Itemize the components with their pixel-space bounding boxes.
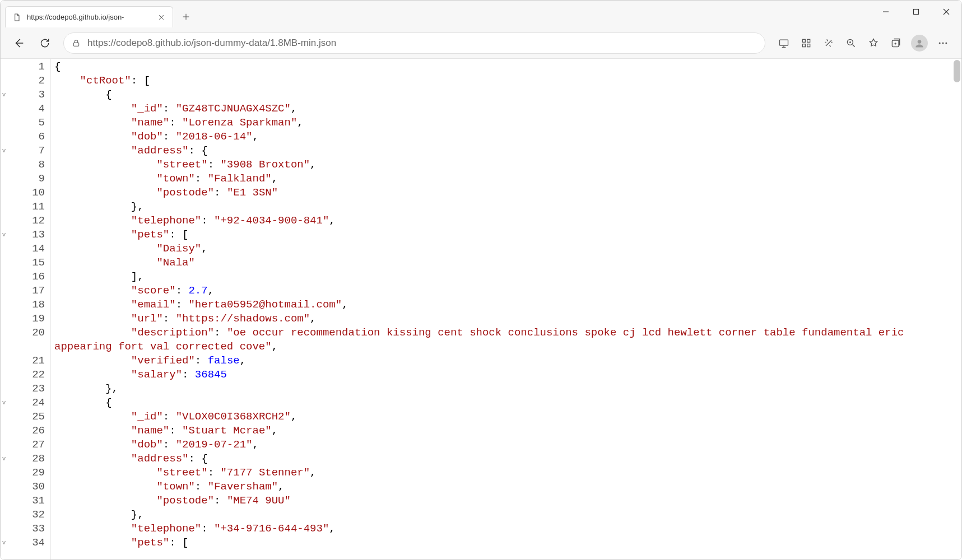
refresh-button[interactable] — [34, 32, 55, 54]
fold-toggle[interactable] — [1, 74, 7, 88]
fold-toggle[interactable] — [1, 480, 7, 494]
line-number: 8 — [7, 158, 45, 172]
scrollbar-thumb[interactable] — [954, 60, 960, 82]
code-line: "ctRoot": [ — [54, 74, 958, 88]
toolbar-right — [773, 32, 954, 54]
fold-toggle[interactable] — [1, 424, 7, 438]
fold-toggle[interactable] — [1, 158, 7, 172]
fold-gutter[interactable]: vvvvvv — [1, 59, 7, 559]
line-number: 33 — [7, 522, 45, 536]
fold-toggle[interactable]: v — [1, 144, 7, 158]
fold-toggle[interactable] — [1, 200, 7, 214]
line-number: 10 — [7, 186, 45, 200]
fold-toggle[interactable] — [1, 368, 7, 382]
fold-toggle[interactable] — [1, 256, 7, 270]
read-aloud-icon[interactable] — [818, 32, 839, 54]
code-line: "Nala" — [54, 256, 958, 270]
code-line: "town": "Falkland", — [54, 172, 958, 186]
line-number: 20 — [7, 326, 45, 354]
fold-toggle[interactable] — [1, 438, 7, 452]
svg-rect-1 — [73, 43, 78, 46]
minimize-button[interactable] — [871, 1, 901, 23]
line-number: 3 — [7, 88, 45, 102]
line-number: 11 — [7, 200, 45, 214]
fold-toggle[interactable] — [1, 466, 7, 480]
line-number: 17 — [7, 284, 45, 298]
line-number: 28 — [7, 452, 45, 466]
code-line: "postode": "E1 3SN" — [54, 186, 958, 200]
back-button[interactable] — [8, 32, 30, 54]
code-line: "address": { — [54, 144, 958, 158]
tab-title: https://codepo8.github.io/json- — [27, 13, 151, 21]
fold-toggle[interactable] — [1, 172, 7, 186]
fold-toggle[interactable]: v — [1, 452, 7, 466]
fold-toggle[interactable] — [1, 116, 7, 130]
code-line: "Daisy", — [54, 242, 958, 256]
code-line: "url": "https://shadows.com", — [54, 312, 958, 326]
fold-toggle[interactable]: v — [1, 228, 7, 242]
line-number: 12 — [7, 214, 45, 228]
fold-toggle[interactable] — [1, 130, 7, 144]
fold-toggle[interactable] — [1, 242, 7, 256]
fold-toggle[interactable] — [1, 326, 7, 354]
close-tab-icon[interactable] — [157, 13, 166, 22]
code-line: "dob": "2018-06-14", — [54, 130, 958, 144]
line-number: 34 — [7, 536, 45, 550]
line-number: 15 — [7, 256, 45, 270]
fold-toggle[interactable] — [1, 382, 7, 396]
grid-icon[interactable] — [796, 32, 817, 54]
fold-toggle[interactable] — [1, 284, 7, 298]
fold-toggle[interactable] — [1, 270, 7, 284]
line-number: 22 — [7, 368, 45, 382]
collections-icon[interactable] — [885, 32, 907, 54]
json-source[interactable]: { "ctRoot": [ { "_id": "GZ48TCJNUAGX4SZC… — [51, 59, 961, 559]
fold-toggle[interactable] — [1, 298, 7, 312]
fold-toggle[interactable] — [1, 410, 7, 424]
code-line: "street": "3908 Broxton", — [54, 158, 958, 172]
fold-toggle[interactable] — [1, 508, 7, 522]
code-line: "pets": [ — [54, 536, 958, 550]
fold-toggle[interactable]: v — [1, 396, 7, 410]
svg-rect-4 — [807, 39, 810, 42]
code-line: "description": "oe occur recommendation … — [54, 326, 958, 354]
fold-toggle[interactable] — [1, 522, 7, 536]
more-icon[interactable] — [932, 32, 954, 54]
fold-toggle[interactable]: v — [1, 88, 7, 102]
desktop-icon[interactable] — [773, 32, 794, 54]
svg-point-9 — [918, 40, 922, 44]
line-number: 27 — [7, 438, 45, 452]
code-line: "score": 2.7, — [54, 284, 958, 298]
fold-toggle[interactable] — [1, 312, 7, 326]
fold-toggle[interactable] — [1, 186, 7, 200]
code-line: "pets": [ — [54, 228, 958, 242]
new-tab-button[interactable] — [176, 7, 196, 26]
code-line: { — [54, 396, 958, 410]
line-number: 21 — [7, 354, 45, 368]
maximize-button[interactable] — [901, 1, 931, 23]
code-line: "street": "7177 Stenner", — [54, 466, 958, 480]
line-number: 18 — [7, 298, 45, 312]
line-number: 5 — [7, 116, 45, 130]
titlebar: https://codepo8.github.io/json- — [1, 1, 961, 27]
svg-rect-0 — [914, 10, 919, 15]
profile-avatar[interactable] — [911, 35, 928, 52]
favorites-icon[interactable] — [863, 32, 884, 54]
code-line: }, — [54, 200, 958, 214]
line-number: 31 — [7, 494, 45, 508]
fold-toggle[interactable] — [1, 102, 7, 116]
line-number: 9 — [7, 172, 45, 186]
close-window-button[interactable] — [931, 1, 961, 23]
line-number-gutter: 1234567891011121314151617181920212223242… — [7, 59, 51, 559]
code-line: ], — [54, 270, 958, 284]
fold-toggle[interactable] — [1, 494, 7, 508]
fold-toggle[interactable] — [1, 354, 7, 368]
url-bar[interactable]: https://codepo8.github.io/json-dummy-dat… — [63, 32, 765, 54]
fold-toggle[interactable]: v — [1, 536, 7, 550]
line-number: 24 — [7, 396, 45, 410]
fold-toggle[interactable] — [1, 60, 7, 74]
browser-tab[interactable]: https://codepo8.github.io/json- — [5, 6, 173, 27]
fold-toggle[interactable] — [1, 214, 7, 228]
code-line: "telephone": "+92-4034-900-841", — [54, 214, 958, 228]
zoom-icon[interactable] — [840, 32, 862, 54]
line-number: 7 — [7, 144, 45, 158]
